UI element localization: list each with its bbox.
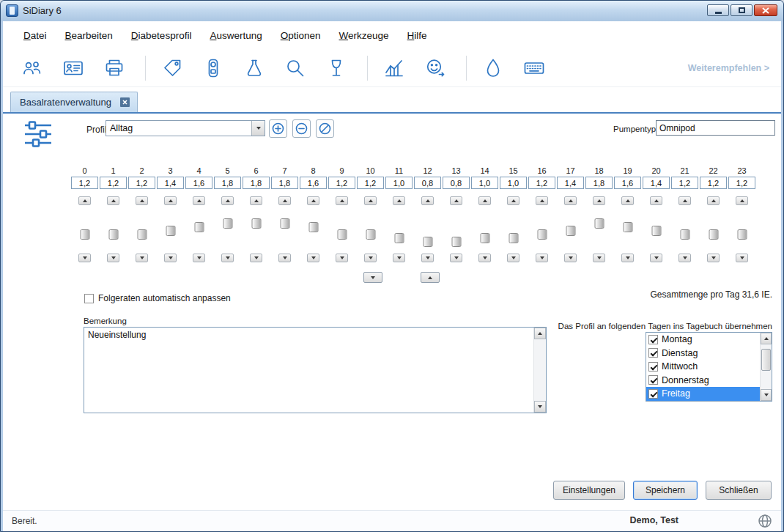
basal-slider-track[interactable] <box>185 207 213 252</box>
basal-value-box[interactable]: 1,4 <box>557 177 584 189</box>
day-row[interactable]: Freitag <box>646 387 760 401</box>
increase-button[interactable] <box>736 196 748 205</box>
decrease-button[interactable] <box>507 254 519 262</box>
basal-value-box[interactable]: 1,2 <box>128 177 155 189</box>
basal-slider-track[interactable] <box>670 207 699 252</box>
title-bar[interactable]: SiDiary 6 <box>1 1 783 21</box>
basal-slider-thumb[interactable] <box>80 229 89 240</box>
basal-slider-thumb[interactable] <box>366 229 375 240</box>
decrease-button[interactable] <box>78 254 91 262</box>
basal-slider-thumb[interactable] <box>308 222 318 232</box>
increase-button[interactable] <box>278 196 291 205</box>
pump-type-input[interactable] <box>656 120 775 136</box>
settings-button[interactable]: Einstellungen <box>553 481 625 500</box>
increase-button[interactable] <box>393 196 405 205</box>
rename-profile-button[interactable] <box>316 119 334 138</box>
remark-scrollbar[interactable] <box>533 328 546 413</box>
basal-value-box[interactable]: 1,2 <box>328 177 355 189</box>
increase-button[interactable] <box>478 196 491 205</box>
basal-value-box[interactable]: 1,0 <box>500 177 527 189</box>
basal-value-box[interactable]: 1,8 <box>243 177 270 189</box>
day-checkbox[interactable] <box>648 389 658 399</box>
day-row[interactable]: Donnerstag <box>646 374 760 388</box>
basal-slider-thumb[interactable] <box>166 226 175 236</box>
basal-slider-thumb[interactable] <box>566 226 575 236</box>
basal-slider-thumb[interactable] <box>709 229 718 240</box>
scroll-up-button[interactable] <box>761 333 772 344</box>
basal-slider-track[interactable] <box>556 207 585 252</box>
menu-item-diabetesprofil[interactable]: Diabetesprofil <box>128 29 195 43</box>
basal-slider-track[interactable] <box>470 207 499 252</box>
toolbar-button-statistics[interactable] <box>381 55 407 81</box>
profile-dropdown[interactable]: Alltag <box>106 120 265 136</box>
scroll-track[interactable] <box>761 344 772 389</box>
increase-button[interactable] <box>678 196 691 205</box>
increase-button[interactable] <box>193 196 205 205</box>
increase-button[interactable] <box>221 196 234 205</box>
increase-button[interactable] <box>593 196 605 205</box>
day-row[interactable]: Montag <box>646 333 760 347</box>
basal-slider-thumb[interactable] <box>594 218 604 229</box>
day-row[interactable]: Mittwoch <box>646 360 760 374</box>
basal-slider-track[interactable] <box>70 207 99 252</box>
toolbar-button-print[interactable] <box>101 55 127 81</box>
basal-value-box[interactable]: 1,8 <box>271 177 298 189</box>
basal-slider-track[interactable] <box>442 207 470 252</box>
decrease-button[interactable] <box>707 254 720 262</box>
basal-value-box[interactable]: 1,8 <box>214 177 241 189</box>
basal-slider-track[interactable] <box>613 207 642 252</box>
menu-item-datei[interactable]: Datei <box>21 29 50 43</box>
toolbar-button-users[interactable] <box>19 55 45 81</box>
basal-slider-thumb[interactable] <box>394 233 404 243</box>
basal-value-box[interactable]: 1,0 <box>471 177 498 189</box>
decrease-button[interactable] <box>393 254 405 262</box>
basal-value-box[interactable]: 0,8 <box>443 177 470 189</box>
decrease-button[interactable] <box>307 254 319 262</box>
basal-value-box[interactable]: 1,6 <box>614 177 641 189</box>
basal-slider-track[interactable] <box>156 207 185 252</box>
basal-slider-track[interactable] <box>499 207 528 252</box>
day-checkbox[interactable] <box>648 348 658 358</box>
menu-item-hilfe[interactable]: Hilfe <box>404 29 430 43</box>
toolbar-button-wellbeing[interactable] <box>422 55 448 81</box>
increase-button[interactable] <box>307 196 319 205</box>
auto-adjust-checkbox[interactable] <box>84 294 94 303</box>
decrease-button[interactable] <box>250 254 262 262</box>
increase-button[interactable] <box>78 196 91 205</box>
shift-all-down-button[interactable] <box>363 272 382 283</box>
increase-button[interactable] <box>107 196 119 205</box>
save-button[interactable]: Speichern <box>633 481 698 500</box>
toolbar-button-keyboard[interactable] <box>521 55 547 81</box>
basal-value-box[interactable]: 1,2 <box>671 177 698 189</box>
shift-all-up-button[interactable] <box>421 272 440 283</box>
basal-slider-thumb[interactable] <box>423 237 432 247</box>
increase-button[interactable] <box>336 196 348 205</box>
tab-basalratenverwaltung[interactable]: Basalratenverwaltung <box>10 92 138 112</box>
increase-button[interactable] <box>650 196 662 205</box>
increase-button[interactable] <box>621 196 634 205</box>
increase-button[interactable] <box>450 196 462 205</box>
decrease-button[interactable] <box>564 254 577 262</box>
decrease-button[interactable] <box>536 254 548 262</box>
decrease-button[interactable] <box>364 254 377 262</box>
basal-slider-thumb[interactable] <box>509 233 518 243</box>
basal-slider-thumb[interactable] <box>223 218 232 229</box>
basal-value-box[interactable]: 1,2 <box>357 177 384 189</box>
scroll-thumb[interactable] <box>761 349 771 371</box>
basal-slider-thumb[interactable] <box>108 229 118 240</box>
toolbar-button-search[interactable] <box>282 55 308 81</box>
decrease-button[interactable] <box>221 254 234 262</box>
increase-button[interactable] <box>536 196 548 205</box>
scroll-up-button[interactable] <box>534 328 546 339</box>
decrease-button[interactable] <box>593 254 605 262</box>
basal-slider-thumb[interactable] <box>451 237 461 247</box>
basal-slider-track[interactable] <box>356 207 385 252</box>
decrease-button[interactable] <box>678 254 691 262</box>
basal-slider-track[interactable] <box>127 207 156 252</box>
decrease-button[interactable] <box>193 254 205 262</box>
toolbar-button-lab[interactable] <box>241 55 267 81</box>
basal-value-box[interactable]: 1,2 <box>528 177 555 189</box>
recommend-link[interactable]: Weiterempfehlen > <box>688 63 769 73</box>
basal-slider-thumb[interactable] <box>680 229 689 240</box>
basal-value-box[interactable]: 1,2 <box>100 177 127 189</box>
